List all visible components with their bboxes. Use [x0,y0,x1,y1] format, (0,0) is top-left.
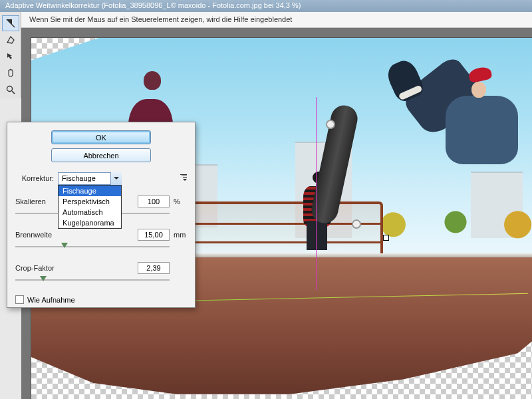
crop-value[interactable]: 2,39 [138,262,170,274]
panel-menu-icon[interactable] [178,174,187,183]
focal-row: Brennweite 15,00 mm [15,229,187,251]
settings-panel: OK Abbrechen Korrektur: Fischauge Fischa… [7,122,196,308]
polygon-constraint-tool[interactable] [2,32,19,48]
correction-label: Korrektur: [15,174,58,182]
focal-label: Brennweite [15,231,52,239]
as-shot-row: Wie Aufnahme [15,295,187,304]
crop-handle[interactable] [383,235,389,241]
tool-palette [0,12,21,98]
focal-unit: mm [170,231,187,239]
main-area: Wenn Sie mit der Maus auf ein Steuerelem… [0,12,532,399]
correction-select[interactable]: Fischauge Fischauge Perspektivisch Autom… [58,172,122,185]
crop-row: Crop-Faktor 2,39 [15,262,187,285]
crop-slider[interactable] [15,275,170,285]
vertical-constraint-guide[interactable] [316,97,317,290]
as-shot-checkbox[interactable] [15,295,24,304]
focal-value[interactable]: 15,00 [138,229,170,241]
scale-label: Skalieren [15,198,46,205]
correction-option[interactable]: Perspektivisch [59,196,121,207]
as-shot-label: Wie Aufnahme [27,296,75,304]
crop-label: Crop-Faktor [15,264,55,272]
slider-thumb[interactable] [40,276,47,285]
hand-tool[interactable] [2,65,19,81]
zoom-tool[interactable] [2,82,19,98]
cancel-button[interactable]: Abbrechen [51,148,151,162]
svg-point-0 [7,86,13,92]
constraint-tool[interactable] [2,15,19,31]
svg-line-1 [12,91,15,94]
scale-value[interactable]: 100 [138,196,170,207]
correction-option[interactable]: Fischauge [59,186,121,196]
chevron-down-icon[interactable] [110,172,122,185]
correction-option[interactable]: Automatisch [59,207,121,217]
correction-row: Korrektur: Fischauge Fischauge Perspekti… [15,172,187,185]
ok-button[interactable]: OK [51,130,151,144]
hint-bar: Wenn Sie mit der Maus auf ein Steuerelem… [21,12,532,28]
window-titlebar: Adaptive Weitwinkelkorrektur (Fotolia_38… [0,0,532,12]
slider-thumb[interactable] [61,243,68,251]
correction-option[interactable]: Kugelpanorama [59,217,121,228]
scale-unit: % [170,198,187,205]
correction-dropdown: Fischauge Perspektivisch Automatisch Kug… [58,185,122,229]
focal-slider[interactable] [15,242,170,251]
move-tool[interactable] [2,49,19,65]
